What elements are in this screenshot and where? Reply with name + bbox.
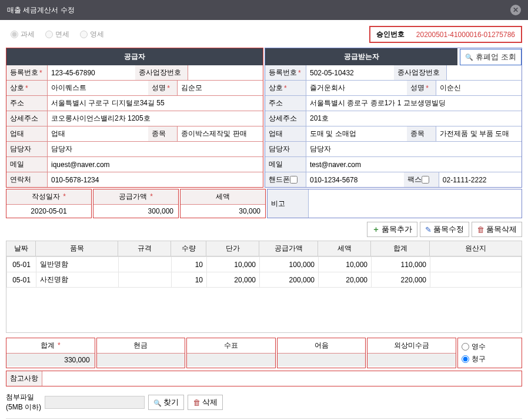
buyer-panel: 공급받는자 휴폐업 조회 등록번호* 502-05-10432 종사업장번호 상… <box>265 48 522 188</box>
supplier-phone[interactable]: 010-5678-1234 <box>48 172 263 187</box>
tax-type-exempt[interactable]: 면세 <box>45 29 69 39</box>
supplier-biz-type[interactable]: 업태 <box>48 126 148 141</box>
trash-icon: 🗑 <box>193 398 200 407</box>
receipt-opt-bill[interactable]: 청구 <box>460 353 519 365</box>
supplier-mgr[interactable]: 담당자 <box>48 142 263 156</box>
buyer-reg-no[interactable]: 502-05-10432 <box>306 65 394 80</box>
write-date[interactable]: 2020-05-01 <box>6 205 91 218</box>
trash-icon: 🗑 <box>477 225 484 234</box>
tax-type-zero[interactable]: 영세 <box>80 29 104 39</box>
total-note[interactable] <box>278 354 366 366</box>
buyer-ceo[interactable]: 이순신 <box>436 81 522 95</box>
buyer-biz-type[interactable]: 도매 및 소매업 <box>306 126 407 141</box>
receipt-type-box: 영수 청구 <box>457 338 522 368</box>
table-row[interactable]: 05-01사진명함1020,000200,00020,000220,000 <box>7 272 522 288</box>
attach-input[interactable] <box>45 396 145 409</box>
total-cash[interactable] <box>97 354 185 366</box>
plus-icon: ＋ <box>372 224 380 235</box>
buyer-mobile-check[interactable] <box>290 176 298 184</box>
buyer-mobile[interactable]: 010-1234-5678 <box>306 172 404 187</box>
buyer-sub-biz[interactable] <box>447 65 522 80</box>
search-icon <box>465 52 473 61</box>
delete-file-button[interactable]: 🗑삭제 <box>188 395 223 410</box>
reference-field[interactable] <box>42 371 522 386</box>
supplier-addr[interactable]: 서울특별시 구로구 디지털로34길 55 <box>48 96 263 111</box>
edit-item-button[interactable]: ✎품목수정 <box>420 222 469 237</box>
supplier-ceo[interactable]: 김순모 <box>178 81 263 95</box>
total-sum: 330,000 <box>6 354 95 366</box>
item-table: 날짜 품목 규격 수량 단가 공급가액 세액 합계 원산지 <box>6 241 522 256</box>
table-row[interactable]: 05-01일반명함1010,000100,00010,000110,000 <box>7 257 522 272</box>
buyer-biz-item[interactable]: 가전제품 및 부품 도매 <box>436 126 522 141</box>
note-field[interactable] <box>309 189 522 218</box>
tax-type-taxable[interactable]: 과세 <box>11 29 35 39</box>
edit-icon: ✎ <box>425 225 432 234</box>
supplier-header: 공급자 <box>6 48 263 65</box>
supplier-addr2[interactable]: 코오롱사이언스밸리2차 1205호 <box>48 111 263 126</box>
supplier-company[interactable]: 아이퀘스트 <box>48 81 148 95</box>
add-item-button[interactable]: ＋품목추가 <box>367 222 417 237</box>
biz-status-check-button[interactable]: 휴폐업 조회 <box>460 49 522 65</box>
titlebar: 매출 세금계산서 수정 ✕ <box>0 0 528 20</box>
supplier-sub-biz[interactable] <box>188 65 263 80</box>
receipt-opt-receipt[interactable]: 영수 <box>460 341 519 353</box>
supplier-reg-no[interactable]: 123-45-67890 <box>48 65 135 80</box>
buyer-mgr[interactable]: 담당자 <box>306 142 522 156</box>
supplier-panel: 공급자 등록번호* 123-45-67890 종사업장번호 상호* 아이퀘스트 … <box>6 48 263 188</box>
approval-value: 20200501-41000016-01275786 <box>410 28 521 41</box>
supplier-email[interactable]: iquest@naver.com <box>48 157 263 172</box>
buyer-fax[interactable]: 02-1111-2222 <box>439 172 522 187</box>
buyer-addr[interactable]: 서울특별시 종로구 종로1가 1 교보생명빌딩 <box>306 96 522 111</box>
approval-label: 승인번호 <box>370 27 410 42</box>
approval-number-box: 승인번호 20200501-41000016-01275786 <box>369 26 522 43</box>
total-credit[interactable] <box>367 354 456 366</box>
supplier-biz-item[interactable]: 종이박스제작및 판매 <box>178 126 263 141</box>
tax-amount: 30,000 <box>181 205 265 218</box>
buyer-fax-check[interactable] <box>422 176 429 184</box>
total-check[interactable] <box>187 354 275 366</box>
buyer-addr2[interactable]: 201호 <box>306 111 522 126</box>
tax-type-group: 과세 면세 영세 <box>6 29 104 39</box>
delete-item-button[interactable]: 🗑품목삭제 <box>472 222 522 237</box>
buyer-email[interactable]: test@naver.com <box>306 157 522 172</box>
supply-amount: 300,000 <box>93 205 178 218</box>
search-icon <box>153 398 162 407</box>
find-file-button[interactable]: 찾기 <box>148 395 184 410</box>
window-title: 매출 세금계산서 수정 <box>7 5 75 15</box>
attach-label: 첨부파일(5MB 이하) <box>6 392 41 412</box>
close-icon[interactable]: ✕ <box>510 5 521 15</box>
buyer-company[interactable]: 즐거운회사 <box>306 81 407 95</box>
buyer-header: 공급받는자 <box>265 48 457 65</box>
